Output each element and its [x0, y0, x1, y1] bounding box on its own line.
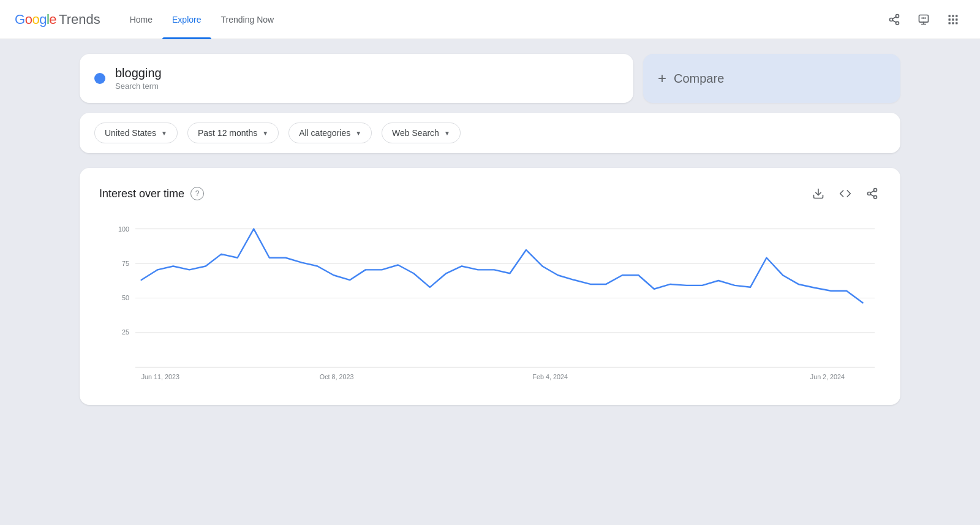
- logo-letter-g2: g: [39, 12, 47, 27]
- help-icon[interactable]: ?: [190, 187, 204, 200]
- chevron-down-icon: ▼: [355, 130, 361, 137]
- chevron-down-icon: ▼: [262, 130, 268, 137]
- logo: Google Trends: [15, 12, 100, 28]
- logo-letter-g1: G: [15, 12, 25, 27]
- logo-letter-e: e: [49, 12, 56, 27]
- chart-actions: [810, 185, 881, 202]
- trend-line: [141, 229, 863, 303]
- search-section: blogging Search term + Compare: [80, 54, 900, 103]
- feedback-button[interactable]: [911, 7, 936, 32]
- x-label-jun23: Jun 11, 2023: [141, 373, 179, 380]
- download-button[interactable]: [810, 185, 827, 202]
- nav-trending[interactable]: Trending Now: [211, 0, 284, 39]
- nav-home[interactable]: Home: [120, 0, 162, 39]
- share-chart-icon: [866, 187, 878, 200]
- search-info: blogging Search term: [115, 66, 162, 91]
- interest-over-time-chart: 100 75 50 25 Jun 11, 2023 Oct 8, 2023 Fe…: [99, 217, 881, 385]
- chart-header: Interest over time ?: [99, 185, 881, 202]
- y-label-100: 100: [118, 225, 129, 233]
- search-term-value: blogging: [115, 66, 162, 80]
- compare-card[interactable]: + Compare: [643, 54, 900, 103]
- filter-country[interactable]: United States ▼: [94, 123, 178, 143]
- header-actions: [882, 7, 965, 32]
- embed-icon: [839, 187, 851, 200]
- svg-line-3: [892, 20, 896, 22]
- filter-category-label: All categories: [299, 128, 350, 138]
- chart-card: Interest over time ?: [80, 168, 900, 405]
- filter-country-label: United States: [105, 128, 156, 138]
- apps-icon: [947, 13, 959, 26]
- svg-line-4: [892, 17, 896, 18]
- header: Google Trends Home Explore Trending Now: [0, 0, 980, 39]
- svg-rect-13: [956, 15, 957, 17]
- filter-search-type-label: Web Search: [392, 128, 439, 138]
- filter-search-type[interactable]: Web Search ▼: [382, 123, 461, 143]
- y-label-50: 50: [122, 294, 129, 301]
- filter-period[interactable]: Past 12 months ▼: [187, 123, 279, 143]
- search-dot: [94, 73, 105, 84]
- logo-letter-o2: o: [32, 12, 39, 27]
- share-chart-button[interactable]: [864, 185, 881, 202]
- filter-period-label: Past 12 months: [198, 128, 257, 138]
- svg-line-25: [870, 191, 874, 192]
- svg-rect-18: [952, 22, 954, 24]
- embed-button[interactable]: [837, 185, 854, 202]
- svg-rect-15: [952, 18, 954, 20]
- svg-line-24: [870, 194, 874, 196]
- x-label-jun24: Jun 2, 2024: [810, 373, 845, 380]
- filter-category[interactable]: All categories ▼: [288, 123, 372, 143]
- logo-trends-text: Trends: [59, 12, 100, 28]
- chevron-down-icon: ▼: [161, 130, 167, 137]
- filters-card: United States ▼ Past 12 months ▼ All cat…: [80, 113, 900, 153]
- search-term-label: Search term: [115, 81, 162, 91]
- svg-rect-17: [949, 22, 951, 24]
- main-nav: Home Explore Trending Now: [120, 0, 882, 39]
- y-label-75: 75: [122, 260, 129, 267]
- chart-title-row: Interest over time ?: [99, 187, 204, 200]
- y-label-25: 25: [122, 328, 129, 336]
- share-icon: [888, 13, 900, 26]
- svg-rect-16: [956, 18, 957, 20]
- compare-label: Compare: [674, 72, 724, 86]
- x-label-oct23: Oct 8, 2023: [320, 373, 354, 380]
- logo-letter-o1: o: [25, 12, 32, 27]
- search-card: blogging Search term: [80, 54, 633, 103]
- x-label-feb24: Feb 4, 2024: [532, 373, 568, 380]
- logo-google-text: Google: [15, 12, 56, 28]
- chart-title: Interest over time: [99, 187, 184, 200]
- download-icon: [812, 187, 824, 200]
- nav-explore[interactable]: Explore: [162, 0, 211, 39]
- main-content: blogging Search term + Compare United St…: [31, 39, 949, 420]
- svg-rect-11: [949, 15, 951, 17]
- compare-plus-icon: +: [658, 70, 666, 87]
- feedback-icon: [918, 13, 930, 26]
- chevron-down-icon: ▼: [444, 130, 450, 137]
- chart-container: 100 75 50 25 Jun 11, 2023 Oct 8, 2023 Fe…: [99, 217, 881, 388]
- apps-button[interactable]: [941, 7, 965, 32]
- svg-rect-19: [956, 22, 957, 24]
- svg-rect-12: [952, 15, 954, 17]
- share-button[interactable]: [882, 7, 907, 32]
- svg-rect-14: [949, 18, 951, 20]
